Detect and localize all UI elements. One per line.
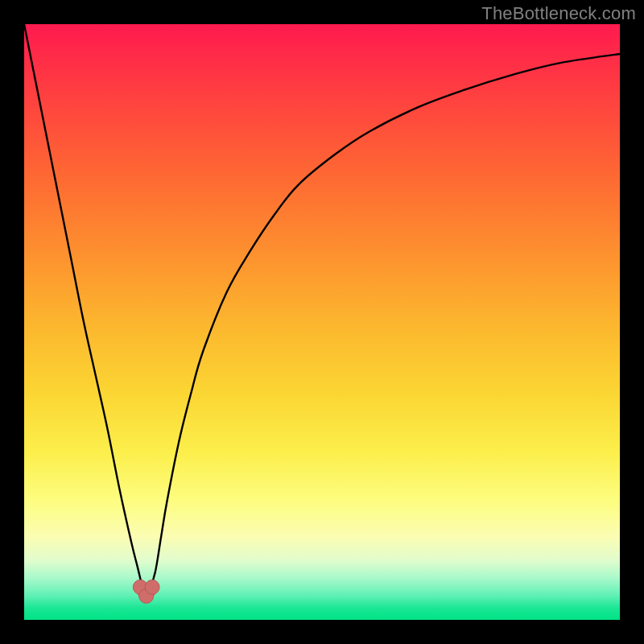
chart-frame: TheBottleneck.com xyxy=(0,0,644,644)
marker-min-right xyxy=(145,580,159,594)
min-markers xyxy=(133,580,159,603)
curve-path xyxy=(24,24,620,596)
bottleneck-curve xyxy=(24,24,620,620)
chart-plot-area xyxy=(24,24,620,620)
watermark-text: TheBottleneck.com xyxy=(481,3,636,24)
